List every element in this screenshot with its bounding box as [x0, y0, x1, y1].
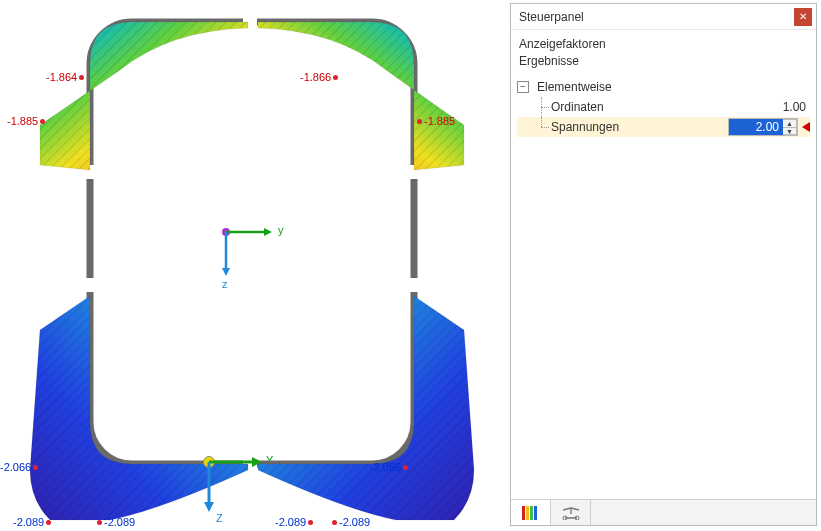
spannungen-value[interactable]: 2.00: [729, 119, 783, 135]
value-label-6: -2.089: [13, 516, 53, 528]
control-panel: Steuerpanel ✕ Anzeigefaktoren Ergebnisse…: [510, 3, 817, 526]
svg-rect-21: [530, 506, 533, 520]
panel-title: Steuerpanel: [519, 10, 794, 24]
panel-titlebar: Steuerpanel ✕: [511, 4, 816, 30]
factor-tree: − Elementweise Ordinaten 1.00 Spannungen…: [517, 77, 810, 137]
value-label-4: -2.066: [0, 461, 40, 473]
panel-close-button[interactable]: ✕: [794, 8, 812, 26]
scale-icon: [561, 506, 581, 520]
svg-marker-11: [264, 228, 272, 236]
local-axis-gizmo: [222, 228, 272, 276]
spinner-up-icon[interactable]: ▲: [783, 120, 796, 127]
spannungen-spinner: ▲ ▼: [783, 119, 797, 135]
svg-rect-4: [86, 278, 94, 292]
close-icon: ✕: [799, 12, 807, 22]
tree-toggle-icon[interactable]: −: [517, 81, 529, 93]
value-label-7: -2.089: [95, 516, 135, 528]
footer-tab-scale[interactable]: [551, 500, 591, 525]
tree-label-elementwise: Elementweise: [535, 80, 810, 94]
svg-rect-22: [534, 506, 537, 520]
value-label-1: -1.866: [300, 71, 340, 83]
value-label-9: -2.089: [330, 516, 370, 528]
spinner-down-icon[interactable]: ▼: [783, 127, 796, 135]
footer-tab-colors[interactable]: [511, 500, 551, 525]
axis-z-small: z: [222, 278, 228, 290]
value-label-2: -1.885: [7, 115, 47, 127]
svg-marker-13: [222, 268, 230, 276]
tree-label-ordinaten: Ordinaten: [549, 100, 732, 114]
axis-z-big: Z: [216, 512, 223, 524]
link-results[interactable]: Ergebnisse: [517, 53, 810, 69]
svg-rect-2: [90, 22, 414, 464]
value-label-3: -1.885: [415, 115, 455, 127]
axis-y-big: Y: [266, 454, 273, 466]
tree-node-spannungen[interactable]: Spannungen 2.00 ▲ ▼: [517, 117, 810, 137]
tree-node-ordinaten[interactable]: Ordinaten 1.00: [517, 97, 810, 117]
panel-footer: [511, 499, 816, 525]
axis-y-small: y: [278, 224, 284, 236]
value-label-0: -1.864: [46, 71, 86, 83]
ordinaten-value[interactable]: 1.00: [732, 99, 810, 115]
result-viewport[interactable]: y z Y Z -1.864-1.866-1.885-1.885-2.066-2…: [0, 0, 506, 531]
svg-rect-6: [410, 278, 418, 292]
svg-rect-20: [526, 506, 529, 520]
link-display-factors[interactable]: Anzeigefaktoren: [517, 36, 810, 52]
active-field-marker-icon: [802, 122, 810, 132]
panel-body: Anzeigefaktoren Ergebnisse − Elementweis…: [511, 30, 816, 499]
cross-section-outline: [86, 18, 418, 468]
value-label-8: -2.089: [275, 516, 315, 528]
svg-rect-19: [522, 506, 525, 520]
value-label-5: -2.066: [370, 461, 410, 473]
tree-node-elementwise[interactable]: − Elementweise: [517, 77, 810, 97]
svg-marker-18: [204, 502, 214, 512]
spannungen-input-wrap: 2.00 ▲ ▼: [728, 118, 798, 136]
color-bars-icon: [522, 506, 540, 520]
tree-label-spannungen: Spannungen: [549, 120, 728, 134]
